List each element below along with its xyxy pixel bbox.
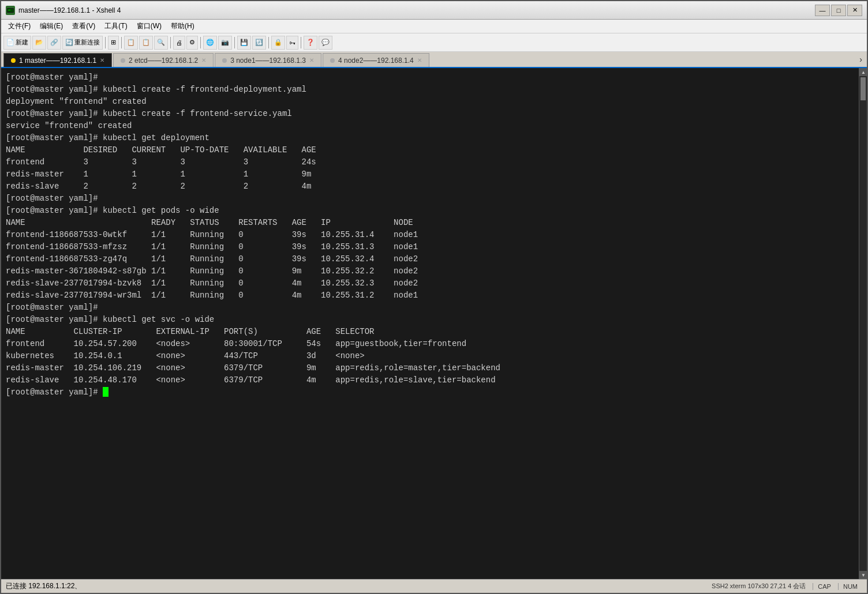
tab-close-master[interactable]: ✕ xyxy=(100,57,104,63)
tab-dot-master xyxy=(11,58,16,63)
print-button[interactable]: 🖨 xyxy=(173,36,185,50)
scrollbar-up[interactable]: ▲ xyxy=(859,68,867,76)
session-info: SSH2 xterm 107x30 27,21 4 会话 xyxy=(707,582,810,591)
maximize-button[interactable]: □ xyxy=(831,5,846,16)
settings-button[interactable]: ⚙ xyxy=(186,36,198,50)
help-icon: ❓ xyxy=(306,39,315,46)
menu-item-t[interactable]: 工具(T) xyxy=(100,20,132,32)
terminal-scrollbar[interactable]: ▲ ▼ xyxy=(859,68,867,579)
toolbar: 📄 新建 📂 🔗 🔄 重新连接 ⊞ 📋 📋 🔍 🖨 xyxy=(1,33,867,52)
line-3: deployment "frontend" created xyxy=(6,97,147,106)
tab-close-node1[interactable]: ✕ xyxy=(309,57,314,63)
tab-dot-node2 xyxy=(330,58,335,63)
toolbar-separator-2 xyxy=(121,37,122,48)
new-button[interactable]: 📄 新建 xyxy=(3,36,31,50)
save-button[interactable]: 💾 xyxy=(237,36,251,50)
menu-item-e[interactable]: 编辑(E) xyxy=(35,20,68,32)
find-icon: 🔍 xyxy=(157,39,165,46)
line-4: [root@master yaml]# kubectl create -f fr… xyxy=(6,109,292,118)
reload-button[interactable]: 🔃 xyxy=(252,36,266,50)
tab-label-node1: 3 node1——192.168.1.3 xyxy=(230,57,306,65)
tab-etcd[interactable]: 2 etcd——192.168.1.2 ✕ xyxy=(113,53,214,67)
toolbar-separator-4 xyxy=(200,37,201,48)
menu-item-h[interactable]: 帮助(H) xyxy=(166,20,199,32)
reconnect-icon: 🔄 xyxy=(65,39,73,46)
line-19: redis-slave-2377017994-wr3ml 1/1 Running… xyxy=(6,291,418,300)
tab-master[interactable]: 1 master——192.168.1.1 ✕ xyxy=(3,53,112,67)
reconnect-button[interactable]: 🔄 重新连接 xyxy=(62,36,103,50)
connection-status: 已连接 192.168.1.1:22、 xyxy=(6,582,81,590)
paste-icon: 📋 xyxy=(142,39,150,46)
paste-button[interactable]: 📋 xyxy=(139,36,153,50)
minimize-button[interactable]: — xyxy=(815,5,830,16)
globe-button[interactable]: 🌐 xyxy=(203,36,217,50)
tab-node2[interactable]: 4 node2——192.168.1.4 ✕ xyxy=(323,53,429,67)
line-26: redis-slave 10.254.48.170 <none> 6379/TC… xyxy=(6,375,496,385)
line-10: redis-slave 2 2 2 2 4m xyxy=(6,182,311,191)
tab-scroll-arrow[interactable]: › xyxy=(857,55,865,64)
copy-button[interactable]: 📋 xyxy=(124,36,138,50)
scrollbar-down[interactable]: ▼ xyxy=(859,571,867,579)
line-27-prompt: [root@master yaml]# xyxy=(6,388,108,397)
lock-button[interactable]: 🔒 xyxy=(271,36,285,50)
find-button[interactable]: 🔍 xyxy=(154,36,168,50)
camera-button[interactable]: 📷 xyxy=(218,36,232,50)
chat-button[interactable]: 💬 xyxy=(319,36,332,50)
line-20: [root@master yaml]# xyxy=(6,303,103,312)
save-icon: 💾 xyxy=(240,39,248,46)
menu-item-w[interactable]: 窗口(W) xyxy=(132,20,166,32)
line-9: redis-master 1 1 1 1 9m xyxy=(6,170,311,179)
svg-rect-3 xyxy=(8,10,10,10)
grid-button[interactable]: ⊞ xyxy=(108,36,119,50)
title-bar: master——192.168.1.1 - Xshell 4 — □ ✕ xyxy=(1,1,867,20)
menu-item-f[interactable]: 文件(F) xyxy=(3,20,35,32)
line-22-header: NAME CLUSTER-IP EXTERNAL-IP PORT(S) AGE … xyxy=(6,327,375,336)
open-button[interactable]: 📂 xyxy=(32,36,46,50)
scrollbar-track xyxy=(859,76,867,571)
app-icon xyxy=(6,6,15,15)
app-window: master——192.168.1.1 - Xshell 4 — □ ✕ 文件(… xyxy=(0,0,868,594)
menu-item-v[interactable]: 查看(V) xyxy=(68,20,100,32)
tab-label-etcd: 2 etcd——192.168.1.2 xyxy=(129,57,198,65)
num-indicator: NUM xyxy=(838,583,862,590)
keys-button[interactable]: 🗝 xyxy=(286,36,298,50)
tab-dot-node1 xyxy=(222,58,227,63)
line-7-header: NAME DESIRED CURRENT UP-TO-DATE AVAILABL… xyxy=(6,145,316,155)
status-bar: 已连接 192.168.1.1:22、 SSH2 xterm 107x30 27… xyxy=(1,579,867,593)
line-15: frontend-1186687533-mfzsz 1/1 Running 0 … xyxy=(6,242,418,251)
status-left: 已连接 192.168.1.1:22、 xyxy=(6,581,707,591)
keys-icon: 🗝 xyxy=(289,39,295,46)
grid-icon: ⊞ xyxy=(111,39,116,46)
open-icon: 📂 xyxy=(35,39,43,46)
help-button[interactable]: ❓ xyxy=(304,36,317,50)
new-icon: 📄 xyxy=(6,39,14,46)
tab-label-master: 1 master——192.168.1.1 xyxy=(19,57,96,65)
line-24: kubernetes 10.254.0.1 <none> 443/TCP 3d … xyxy=(6,351,365,360)
tab-close-etcd[interactable]: ✕ xyxy=(201,57,206,63)
window-controls: — □ ✕ xyxy=(815,5,862,16)
tab-dot-etcd xyxy=(121,58,125,63)
tab-bar: 1 master——192.168.1.1 ✕ 2 etcd——192.168.… xyxy=(1,52,867,68)
chat-icon: 💬 xyxy=(321,39,330,46)
scrollbar-thumb[interactable] xyxy=(860,77,866,100)
line-18: redis-slave-2377017994-bzvk8 1/1 Running… xyxy=(6,279,418,288)
toolbar-separator-6 xyxy=(268,37,269,48)
tab-node1[interactable]: 3 node1——192.168.1.3 ✕ xyxy=(215,53,321,67)
toolbar-separator-1 xyxy=(105,37,106,48)
window-title: master——192.168.1.1 - Xshell 4 xyxy=(18,6,815,14)
camera-icon: 📷 xyxy=(221,39,229,46)
link-button[interactable]: 🔗 xyxy=(47,36,61,50)
line-8: frontend 3 3 3 3 24s xyxy=(6,157,316,167)
tab-close-node2[interactable]: ✕ xyxy=(417,57,422,63)
terminal-content: [root@master yaml]# [root@master yaml]# … xyxy=(6,72,854,398)
terminal[interactable]: [root@master yaml]# [root@master yaml]# … xyxy=(1,68,859,579)
line-16: frontend-1186687533-zg47q 1/1 Running 0 … xyxy=(6,254,418,264)
terminal-cursor xyxy=(103,387,108,397)
line-6: [root@master yaml]# kubectl get deployme… xyxy=(6,133,209,142)
line-23: frontend 10.254.57.200 <nodes> 80:30001/… xyxy=(6,339,466,348)
close-button[interactable]: ✕ xyxy=(847,5,862,16)
settings-icon: ⚙ xyxy=(189,39,195,46)
copy-icon: 📋 xyxy=(127,39,135,46)
menu-bar: 文件(F)编辑(E)查看(V)工具(T)窗口(W)帮助(H) xyxy=(1,20,867,33)
cap-indicator: CAP xyxy=(813,583,836,590)
